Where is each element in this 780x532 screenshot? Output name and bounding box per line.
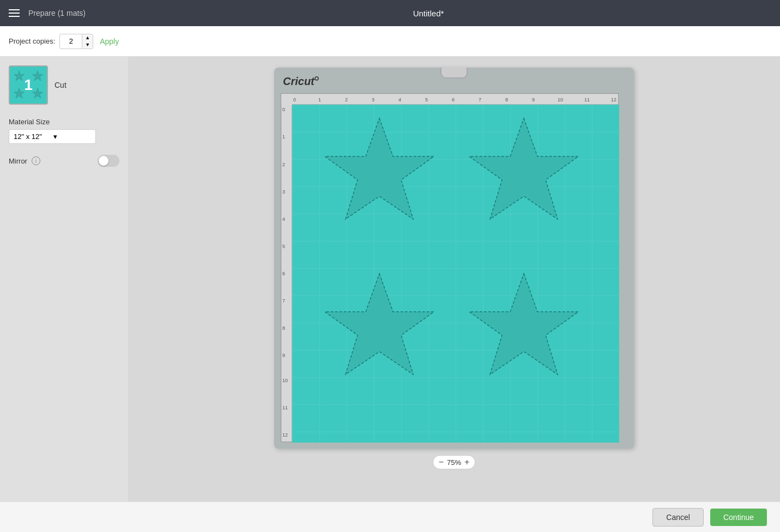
svg-text:7: 7 <box>282 298 285 304</box>
ruler-corner <box>281 94 292 105</box>
svg-text:1: 1 <box>318 97 321 102</box>
svg-text:9: 9 <box>532 97 535 102</box>
svg-text:10: 10 <box>282 378 288 383</box>
mat-container: Cricut 0 <box>274 68 634 449</box>
header-title: Prepare (1 mats) <box>28 9 86 17</box>
svg-text:12: 12 <box>611 97 616 102</box>
project-copies-label: Project copies: <box>9 37 55 45</box>
svg-text:3: 3 <box>372 97 374 102</box>
material-size-section: Material Size 12" x 12" ▾ <box>9 118 119 144</box>
svg-text:9: 9 <box>282 353 285 358</box>
svg-point-6 <box>315 77 318 80</box>
copies-spinner[interactable]: ▲ ▼ <box>59 34 93 49</box>
mat-label: Cut <box>55 81 66 89</box>
material-size-value: 12" x 12" <box>14 132 51 141</box>
mirror-section: Mirror i <box>9 155 119 167</box>
menu-icon[interactable] <box>9 9 20 17</box>
svg-text:4: 4 <box>282 216 285 222</box>
cancel-button[interactable]: Cancel <box>652 508 704 527</box>
sidebar: 1 Cut Material Size 12" x 12" ▾ Mirror i <box>0 57 128 501</box>
mat-grid: 0 1 2 3 4 5 6 7 8 9 10 11 12 <box>281 93 619 442</box>
ruler-v: 0 1 2 3 4 5 6 7 8 9 10 11 12 <box>281 105 292 442</box>
svg-text:5: 5 <box>282 244 285 249</box>
zoom-in-button[interactable]: + <box>464 458 469 467</box>
spinner-buttons: ▲ ▼ <box>82 34 93 49</box>
svg-text:11: 11 <box>282 405 288 410</box>
mat-number: 1 <box>24 76 33 94</box>
mat-hook <box>440 68 468 78</box>
svg-text:2: 2 <box>282 162 285 167</box>
svg-text:2: 2 <box>345 97 348 102</box>
svg-text:Cricut: Cricut <box>283 75 315 87</box>
mat-card: 1 Cut <box>9 65 119 105</box>
header: Prepare (1 mats) Untitled* <box>0 0 780 26</box>
zoom-level: 75% <box>447 458 461 467</box>
svg-text:8: 8 <box>282 325 285 331</box>
cutting-mat <box>292 105 618 442</box>
mirror-toggle[interactable] <box>98 155 119 167</box>
spinner-down[interactable]: ▼ <box>82 41 93 49</box>
toggle-knob <box>99 156 108 166</box>
footer: Cancel Continue <box>0 501 780 532</box>
material-size-label: Material Size <box>9 118 119 126</box>
main-layout: 1 Cut Material Size 12" x 12" ▾ Mirror i <box>0 57 780 501</box>
svg-text:7: 7 <box>479 97 481 102</box>
copies-input[interactable] <box>60 35 82 47</box>
svg-text:6: 6 <box>452 97 455 102</box>
ruler-h: 0 1 2 3 4 5 6 7 8 9 10 11 12 <box>292 94 618 105</box>
zoom-out-button[interactable]: − <box>439 458 444 467</box>
svg-text:12: 12 <box>282 432 288 438</box>
svg-rect-36 <box>292 105 619 443</box>
zoom-bar: − 75% + <box>433 455 476 469</box>
canvas-area: Cricut 0 <box>128 57 780 501</box>
apply-button[interactable]: Apply <box>100 37 119 46</box>
toolbar: Project copies: ▲ ▼ Apply <box>0 26 780 57</box>
svg-text:1: 1 <box>282 134 285 140</box>
svg-text:3: 3 <box>282 189 285 195</box>
cricut-logo: Cricut <box>283 74 326 90</box>
material-size-chevron: ▾ <box>53 132 91 141</box>
svg-text:4: 4 <box>398 97 401 102</box>
spinner-up[interactable]: ▲ <box>82 34 93 41</box>
mirror-label: Mirror <box>9 157 27 165</box>
svg-text:11: 11 <box>584 97 590 102</box>
svg-text:6: 6 <box>282 271 285 276</box>
svg-text:0: 0 <box>293 97 296 102</box>
stars-svg <box>292 105 619 443</box>
svg-text:8: 8 <box>505 97 508 102</box>
document-title: Untitled* <box>86 9 771 18</box>
mat-thumbnail[interactable]: 1 <box>9 65 48 105</box>
continue-button[interactable]: Continue <box>710 509 767 526</box>
svg-text:5: 5 <box>425 97 428 102</box>
svg-text:10: 10 <box>558 97 563 102</box>
mirror-info-icon[interactable]: i <box>32 156 40 165</box>
material-size-select[interactable]: 12" x 12" ▾ <box>9 129 96 144</box>
svg-text:0: 0 <box>282 107 285 112</box>
